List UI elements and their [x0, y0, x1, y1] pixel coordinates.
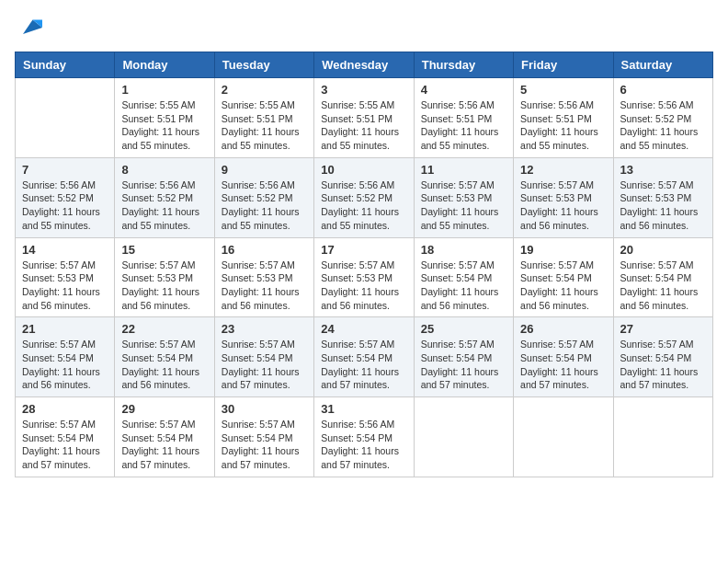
calendar-cell: 22Sunrise: 5:57 AM Sunset: 5:54 PM Dayli…: [115, 317, 214, 397]
calendar-cell: 28Sunrise: 5:57 AM Sunset: 5:54 PM Dayli…: [16, 397, 115, 477]
day-number: 8: [121, 163, 207, 177]
day-of-week-header: Friday: [514, 52, 613, 78]
calendar-table: SundayMondayTuesdayWednesdayThursdayFrid…: [15, 52, 713, 477]
calendar-cell: 29Sunrise: 5:57 AM Sunset: 5:54 PM Dayli…: [115, 397, 214, 477]
day-sun-info: Sunrise: 5:57 AM Sunset: 5:54 PM Dayligh…: [222, 418, 307, 472]
calendar-cell: 10Sunrise: 5:56 AM Sunset: 5:52 PM Dayli…: [314, 157, 414, 237]
calendar-cell: 1Sunrise: 5:55 AM Sunset: 5:51 PM Daylig…: [115, 78, 214, 158]
day-number: 4: [421, 83, 506, 97]
day-sun-info: Sunrise: 5:56 AM Sunset: 5:51 PM Dayligh…: [421, 98, 506, 153]
day-sun-info: Sunrise: 5:55 AM Sunset: 5:51 PM Dayligh…: [321, 98, 406, 153]
day-sun-info: Sunrise: 5:57 AM Sunset: 5:54 PM Dayligh…: [22, 338, 108, 392]
day-number: 14: [22, 243, 108, 257]
day-number: 11: [421, 163, 506, 177]
day-sun-info: Sunrise: 5:57 AM Sunset: 5:53 PM Dayligh…: [121, 259, 207, 313]
day-sun-info: Sunrise: 5:57 AM Sunset: 5:54 PM Dayligh…: [321, 338, 406, 392]
day-sun-info: Sunrise: 5:57 AM Sunset: 5:54 PM Dayligh…: [22, 418, 108, 472]
day-sun-info: Sunrise: 5:57 AM Sunset: 5:53 PM Dayligh…: [321, 259, 406, 313]
day-number: 7: [22, 163, 108, 177]
day-sun-info: Sunrise: 5:57 AM Sunset: 5:54 PM Dayligh…: [620, 259, 706, 313]
day-number: 10: [321, 163, 406, 177]
day-sun-info: Sunrise: 5:56 AM Sunset: 5:51 PM Dayligh…: [520, 98, 606, 153]
logo-icon: [17, 15, 42, 40]
day-sun-info: Sunrise: 5:56 AM Sunset: 5:52 PM Dayligh…: [222, 178, 307, 233]
day-number: 19: [520, 243, 606, 257]
day-number: 13: [620, 163, 706, 177]
calendar-cell: 18Sunrise: 5:57 AM Sunset: 5:54 PM Dayli…: [414, 237, 513, 317]
day-sun-info: Sunrise: 5:55 AM Sunset: 5:51 PM Dayligh…: [121, 98, 207, 153]
day-number: 16: [222, 243, 307, 257]
day-number: 15: [121, 243, 207, 257]
calendar-cell: 31Sunrise: 5:56 AM Sunset: 5:54 PM Dayli…: [314, 397, 414, 477]
day-number: 23: [222, 322, 307, 336]
day-number: 9: [222, 163, 307, 177]
calendar-week-row: 21Sunrise: 5:57 AM Sunset: 5:54 PM Dayli…: [16, 317, 713, 397]
header-row: SundayMondayTuesdayWednesdayThursdayFrid…: [16, 52, 713, 78]
day-sun-info: Sunrise: 5:57 AM Sunset: 5:53 PM Dayligh…: [222, 259, 307, 313]
day-number: 1: [121, 83, 207, 97]
calendar-cell: 26Sunrise: 5:57 AM Sunset: 5:54 PM Dayli…: [514, 317, 613, 397]
calendar-week-row: 1Sunrise: 5:55 AM Sunset: 5:51 PM Daylig…: [16, 78, 713, 158]
day-number: 27: [620, 322, 706, 336]
calendar-cell: 5Sunrise: 5:56 AM Sunset: 5:51 PM Daylig…: [514, 78, 613, 158]
calendar-cell: 24Sunrise: 5:57 AM Sunset: 5:54 PM Dayli…: [314, 317, 414, 397]
day-of-week-header: Tuesday: [214, 52, 313, 78]
calendar-cell: 27Sunrise: 5:57 AM Sunset: 5:54 PM Dayli…: [613, 317, 712, 397]
calendar-week-row: 14Sunrise: 5:57 AM Sunset: 5:53 PM Dayli…: [16, 237, 713, 317]
calendar-body: 1Sunrise: 5:55 AM Sunset: 5:51 PM Daylig…: [16, 78, 713, 477]
calendar-cell: 19Sunrise: 5:57 AM Sunset: 5:54 PM Dayli…: [514, 237, 613, 317]
day-sun-info: Sunrise: 5:57 AM Sunset: 5:53 PM Dayligh…: [620, 178, 706, 233]
calendar-cell: 11Sunrise: 5:57 AM Sunset: 5:53 PM Dayli…: [414, 157, 513, 237]
calendar-cell: 8Sunrise: 5:56 AM Sunset: 5:52 PM Daylig…: [115, 157, 214, 237]
day-number: 5: [520, 83, 606, 97]
day-number: 6: [620, 83, 706, 97]
day-of-week-header: Thursday: [414, 52, 513, 78]
day-of-week-header: Monday: [115, 52, 214, 78]
logo: [15, 15, 42, 40]
day-number: 2: [222, 83, 307, 97]
day-sun-info: Sunrise: 5:57 AM Sunset: 5:53 PM Dayligh…: [421, 178, 506, 233]
day-number: 31: [321, 402, 406, 416]
day-number: 26: [520, 322, 606, 336]
calendar-cell: 20Sunrise: 5:57 AM Sunset: 5:54 PM Dayli…: [613, 237, 712, 317]
day-number: 28: [22, 402, 108, 416]
page-header: [15, 15, 713, 40]
calendar-cell: 7Sunrise: 5:56 AM Sunset: 5:52 PM Daylig…: [16, 157, 115, 237]
day-number: 29: [121, 402, 207, 416]
day-number: 20: [620, 243, 706, 257]
calendar-cell: 13Sunrise: 5:57 AM Sunset: 5:53 PM Dayli…: [613, 157, 712, 237]
calendar-cell: 12Sunrise: 5:57 AM Sunset: 5:53 PM Dayli…: [514, 157, 613, 237]
calendar-cell: 15Sunrise: 5:57 AM Sunset: 5:53 PM Dayli…: [115, 237, 214, 317]
day-sun-info: Sunrise: 5:56 AM Sunset: 5:52 PM Dayligh…: [321, 178, 406, 233]
day-of-week-header: Wednesday: [314, 52, 414, 78]
calendar-cell: 21Sunrise: 5:57 AM Sunset: 5:54 PM Dayli…: [16, 317, 115, 397]
calendar-cell: 2Sunrise: 5:55 AM Sunset: 5:51 PM Daylig…: [214, 78, 313, 158]
calendar-cell: 25Sunrise: 5:57 AM Sunset: 5:54 PM Dayli…: [414, 317, 513, 397]
day-number: 21: [22, 322, 108, 336]
day-number: 12: [520, 163, 606, 177]
day-number: 3: [321, 83, 406, 97]
calendar-week-row: 7Sunrise: 5:56 AM Sunset: 5:52 PM Daylig…: [16, 157, 713, 237]
calendar-cell: 23Sunrise: 5:57 AM Sunset: 5:54 PM Dayli…: [214, 317, 313, 397]
calendar-cell: [514, 397, 613, 477]
calendar-cell: 4Sunrise: 5:56 AM Sunset: 5:51 PM Daylig…: [414, 78, 513, 158]
day-number: 22: [121, 322, 207, 336]
day-sun-info: Sunrise: 5:56 AM Sunset: 5:52 PM Dayligh…: [620, 98, 706, 153]
day-sun-info: Sunrise: 5:57 AM Sunset: 5:54 PM Dayligh…: [222, 338, 307, 392]
day-sun-info: Sunrise: 5:57 AM Sunset: 5:53 PM Dayligh…: [520, 178, 606, 233]
day-sun-info: Sunrise: 5:57 AM Sunset: 5:54 PM Dayligh…: [421, 259, 506, 313]
calendar-cell: [414, 397, 513, 477]
calendar-header: SundayMondayTuesdayWednesdayThursdayFrid…: [16, 52, 713, 78]
day-sun-info: Sunrise: 5:55 AM Sunset: 5:51 PM Dayligh…: [222, 98, 307, 153]
day-sun-info: Sunrise: 5:57 AM Sunset: 5:54 PM Dayligh…: [520, 338, 606, 392]
day-sun-info: Sunrise: 5:57 AM Sunset: 5:54 PM Dayligh…: [520, 259, 606, 313]
day-sun-info: Sunrise: 5:57 AM Sunset: 5:54 PM Dayligh…: [620, 338, 706, 392]
calendar-cell: [613, 397, 712, 477]
day-sun-info: Sunrise: 5:57 AM Sunset: 5:53 PM Dayligh…: [22, 259, 108, 313]
day-of-week-header: Sunday: [16, 52, 115, 78]
calendar-cell: 6Sunrise: 5:56 AM Sunset: 5:52 PM Daylig…: [613, 78, 712, 158]
day-sun-info: Sunrise: 5:56 AM Sunset: 5:54 PM Dayligh…: [321, 418, 406, 472]
day-sun-info: Sunrise: 5:56 AM Sunset: 5:52 PM Dayligh…: [22, 178, 108, 233]
calendar-cell: 16Sunrise: 5:57 AM Sunset: 5:53 PM Dayli…: [214, 237, 313, 317]
calendar-cell: [16, 78, 115, 158]
